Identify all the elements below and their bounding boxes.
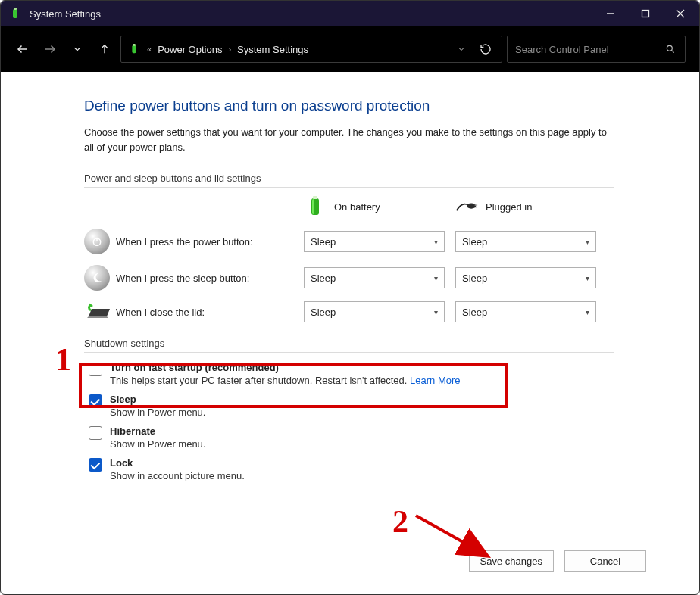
battery-icon	[127, 42, 141, 56]
laptop-lid-icon	[84, 301, 116, 322]
select-lid-plugged[interactable]: Sleep▾	[455, 301, 596, 322]
breadcrumb-system-settings[interactable]: System Settings	[237, 44, 308, 55]
checkbox-fast-startup[interactable]	[89, 363, 102, 376]
address-dropdown[interactable]	[452, 45, 471, 54]
opt-sleep-sub: Show in Power menu.	[110, 407, 205, 418]
svg-point-11	[667, 45, 672, 51]
opt-fast-startup: Turn on fast startup (recommended) This …	[89, 362, 666, 388]
titlebar: System Settings	[1, 1, 699, 26]
chevron-down-icon: ▾	[586, 274, 589, 282]
svg-rect-17	[475, 204, 478, 205]
opt-sleep-title: Sleep	[110, 394, 205, 405]
plug-icon	[455, 195, 478, 218]
row-sleep-button: When I press the sleep button: Sleep▾ Sl…	[84, 265, 666, 291]
page-title: Define power buttons and turn on passwor…	[84, 98, 666, 114]
svg-rect-14	[312, 199, 314, 214]
svg-line-25	[416, 516, 486, 555]
search-box[interactable]	[507, 36, 686, 63]
opt-fast-startup-sub: This helps start your PC faster after sh…	[110, 375, 461, 386]
maximize-button[interactable]	[628, 1, 663, 26]
chevron-down-icon: ▾	[586, 238, 589, 246]
forward-button[interactable]	[39, 34, 61, 64]
svg-marker-21	[89, 309, 110, 316]
checkbox-hibernate[interactable]	[89, 426, 102, 440]
row-lid-label: When I close the lid:	[116, 307, 304, 318]
select-sleep-battery[interactable]: Sleep▾	[304, 267, 445, 288]
opt-hibernate-sub: Show in Power menu.	[110, 438, 205, 450]
chevron-down-icon: ▾	[434, 274, 438, 282]
sleep-icon	[84, 265, 116, 291]
opt-lock-sub: Show in account picture menu.	[110, 470, 245, 481]
checkbox-sleep[interactable]	[89, 394, 102, 408]
page-description: Choose the power settings that you want …	[84, 125, 614, 154]
chevron-down-icon: ▾	[434, 238, 438, 246]
row-close-lid: When I close the lid: Sleep▾ Sleep▾	[84, 301, 666, 322]
save-button[interactable]: Save changes	[469, 550, 554, 572]
svg-rect-0	[13, 9, 17, 18]
svg-rect-18	[475, 207, 478, 207]
svg-line-12	[671, 50, 673, 52]
opt-lock-title: Lock	[110, 457, 245, 469]
recent-dropdown[interactable]	[66, 34, 89, 64]
close-button[interactable]	[663, 1, 698, 26]
row-power-button: When I press the power button: Sleep▾ Sl…	[84, 229, 666, 254]
window-title: System Settings	[30, 8, 101, 20]
svg-rect-9	[132, 45, 136, 54]
learn-more-link[interactable]: Learn More	[410, 375, 460, 386]
address-bar[interactable]: « Power Options › System Settings	[120, 36, 502, 63]
refresh-button[interactable]	[476, 43, 495, 55]
svg-rect-10	[133, 44, 136, 46]
row-sleep-label: When I press the sleep button:	[116, 273, 304, 284]
opt-fast-startup-title: Turn on fast startup (recommended)	[110, 362, 461, 373]
svg-marker-22	[87, 316, 108, 318]
col-plugged-in-label: Plugged in	[486, 201, 532, 213]
search-icon	[664, 44, 677, 55]
minimize-button[interactable]	[593, 1, 628, 26]
content: Define power buttons and turn on passwor…	[1, 72, 699, 483]
svg-rect-15	[313, 196, 317, 199]
select-power-plugged[interactable]: Sleep▾	[455, 231, 596, 252]
chevron-left-icon: «	[147, 45, 152, 54]
col-on-battery-label: On battery	[334, 201, 380, 213]
breadcrumb-power-options[interactable]: Power Options	[158, 44, 222, 55]
col-on-battery: On battery	[304, 195, 448, 218]
select-power-battery[interactable]: Sleep▾	[304, 231, 445, 252]
svg-point-16	[467, 204, 476, 209]
footer-buttons: Save changes Cancel	[469, 550, 646, 572]
up-button[interactable]	[93, 34, 116, 64]
svg-rect-3	[642, 11, 649, 17]
select-lid-battery[interactable]: Sleep▾	[304, 301, 445, 322]
checkbox-lock[interactable]	[89, 458, 102, 472]
col-plugged-in: Plugged in	[455, 195, 599, 218]
shutdown-settings: Shutdown settings Turn on fast startup (…	[84, 338, 666, 483]
chevron-down-icon: ▾	[434, 308, 438, 316]
column-headers: On battery Plugged in	[84, 195, 666, 218]
cancel-button[interactable]: Cancel	[564, 550, 646, 572]
battery-large-icon	[304, 195, 327, 218]
toolbar: « Power Options › System Settings	[1, 26, 699, 72]
chevron-down-icon: ▾	[586, 308, 589, 316]
power-icon	[84, 229, 116, 254]
select-sleep-plugged[interactable]: Sleep▾	[455, 267, 596, 288]
shutdown-header: Shutdown settings	[84, 338, 614, 353]
power-section-header: Power and sleep buttons and lid settings	[84, 173, 614, 188]
back-button[interactable]	[11, 34, 34, 64]
opt-lock: Lock Show in account picture menu.	[89, 457, 666, 483]
opt-hibernate-title: Hibernate	[110, 425, 205, 437]
opt-hibernate: Hibernate Show in Power menu.	[89, 425, 666, 451]
annotation-two: 2	[392, 503, 408, 540]
row-power-label: When I press the power button:	[116, 236, 304, 248]
annotation-one: 1	[55, 341, 71, 378]
opt-sleep: Sleep Show in Power menu.	[89, 394, 666, 419]
search-input[interactable]	[515, 44, 664, 55]
chevron-right-icon: ›	[228, 45, 231, 54]
app-icon	[8, 7, 22, 20]
svg-rect-1	[14, 8, 17, 10]
